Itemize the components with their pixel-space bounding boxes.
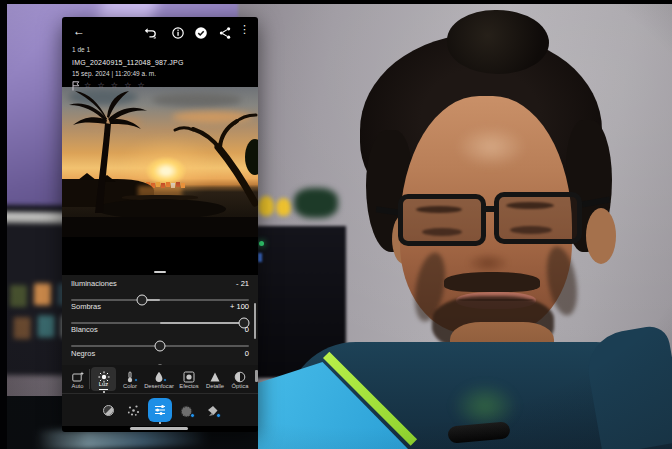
person-hair-bun xyxy=(447,10,549,74)
share-icon[interactable] xyxy=(218,26,232,40)
auto-icon xyxy=(72,369,84,381)
app-topbar: ← xyxy=(62,17,258,47)
tab-luz[interactable]: Luz xyxy=(91,367,116,391)
flag-rating-row: ☆ ☆ ☆ ☆ ☆ xyxy=(72,81,147,91)
edit-sliders-button[interactable] xyxy=(148,398,172,422)
tab-detalle[interactable]: Detalle xyxy=(203,367,227,391)
photo-metadata: 1 de 1 IMG_20240915_112048_987.JPG 15 se… xyxy=(72,47,252,77)
masking-icon[interactable] xyxy=(175,399,197,421)
tab-label: Auto xyxy=(72,384,84,390)
presets-icon[interactable] xyxy=(97,399,119,421)
done-icon[interactable] xyxy=(194,26,208,40)
thermometer-icon xyxy=(124,369,136,381)
tab-auto[interactable]: Auto xyxy=(66,367,89,391)
photo-count: 1 de 1 xyxy=(72,47,252,54)
tab-color[interactable]: Color xyxy=(118,367,142,391)
selected-tool-dot xyxy=(159,422,161,424)
slider-label: Iluminaciones xyxy=(71,279,117,289)
palm-tree-silhouette xyxy=(64,91,156,216)
glasses-right-lens xyxy=(494,192,582,244)
glasses-left-lens xyxy=(398,194,486,246)
slider-label: Sombras xyxy=(71,302,101,312)
back-icon[interactable]: ← xyxy=(73,24,85,38)
tab-label: Efectos xyxy=(179,384,198,390)
glasses-bridge xyxy=(482,206,498,212)
mustache xyxy=(444,272,540,292)
tab-optica[interactable]: Óptica xyxy=(228,367,252,391)
edited-badge xyxy=(163,378,168,383)
slider-value: 0 xyxy=(245,325,249,335)
slider-value: + 100 xyxy=(230,302,249,312)
sun-icon xyxy=(98,369,110,381)
lightroom-app-screen: ← xyxy=(62,17,258,432)
home-indicator[interactable] xyxy=(130,427,188,430)
slider-negros: Negros 0 xyxy=(62,349,258,365)
edited-badge xyxy=(216,413,221,418)
slider-label: Negros xyxy=(71,349,95,359)
photo-datetime: 15 sep. 2024 | 11:20:49 a. m. xyxy=(72,71,252,78)
more-menu-icon[interactable]: ⋮ xyxy=(239,23,250,36)
undo-icon[interactable] xyxy=(143,26,157,40)
effects-icon xyxy=(183,369,195,381)
tab-divider xyxy=(89,369,90,389)
video-frame: ← xyxy=(0,0,672,449)
tab-desenfocar[interactable]: Desenfocar xyxy=(143,367,175,391)
nose-shadow xyxy=(466,252,510,274)
slider-blancos: Blancos 0 xyxy=(62,325,258,352)
slider-value: 0 xyxy=(245,349,249,359)
forehead-highlight xyxy=(455,126,527,168)
slider-label: Blancos xyxy=(71,325,98,335)
tab-label: Color xyxy=(123,384,137,390)
person-ear xyxy=(586,208,616,264)
clipped-next-tab[interactable] xyxy=(255,370,258,382)
edited-badge xyxy=(134,378,139,383)
healing-icon[interactable] xyxy=(201,399,223,421)
auto-settings-icon[interactable] xyxy=(122,399,144,421)
top-letterbox xyxy=(0,0,672,4)
tab-label: Detalle xyxy=(206,384,224,390)
tab-efectos[interactable]: Efectos xyxy=(176,367,202,391)
tab-label: Luz xyxy=(99,382,108,390)
flag-icon[interactable] xyxy=(72,77,80,95)
foreground-shadow xyxy=(62,217,258,237)
light-adjustments-panel: Iluminaciones - 21 Sombras + 100 xyxy=(62,275,258,365)
panel-drag-handle[interactable] xyxy=(154,271,166,273)
panel-scrollbar[interactable] xyxy=(254,303,256,339)
edited-badge xyxy=(190,413,195,418)
info-icon[interactable] xyxy=(171,26,185,40)
blur-drop-icon xyxy=(153,369,165,381)
edit-tabbar: Auto Luz xyxy=(62,365,258,393)
tab-label: Desenfocar xyxy=(144,384,174,390)
detail-triangle-icon xyxy=(209,369,221,381)
photo-preview[interactable] xyxy=(62,87,258,237)
tab-label: Óptica xyxy=(232,384,249,390)
bare-branch-silhouette xyxy=(163,103,258,208)
star-rating[interactable]: ☆ ☆ ☆ ☆ ☆ xyxy=(84,82,147,90)
slider-value: - 21 xyxy=(236,279,249,289)
bottom-toolbar xyxy=(62,393,258,426)
lens-icon xyxy=(234,369,246,381)
photo-filename: IMG_20240915_112048_987.JPG xyxy=(72,59,252,66)
left-edge-shadow xyxy=(0,0,7,449)
